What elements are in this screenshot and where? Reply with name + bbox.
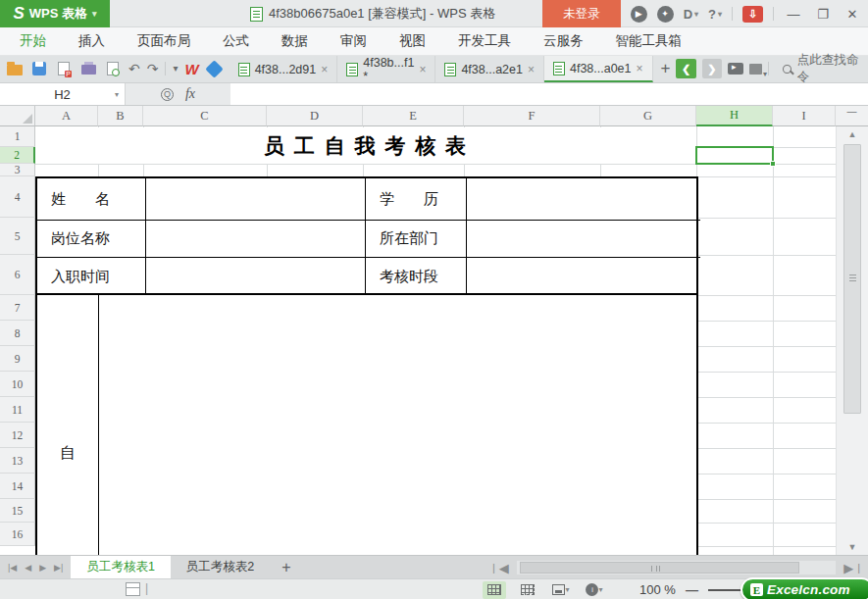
save-button[interactable] (30, 61, 48, 76)
horizontal-scrollbar-track[interactable] (517, 561, 836, 574)
sheet-nav-icon-0[interactable]: |◀ (8, 563, 17, 573)
row-header-16[interactable]: 16 (0, 523, 35, 546)
menu-item-0[interactable]: 开始 (20, 32, 46, 50)
document-tab-1[interactable]: 4f38b...f1 *× (337, 56, 435, 82)
selected-cell-h2[interactable] (695, 146, 774, 165)
column-header-H[interactable]: H (696, 106, 773, 126)
toolbar-dropdown-button[interactable]: ▾ (173, 64, 178, 74)
settings-icon[interactable]: ✦ (657, 6, 674, 23)
menu-item-3[interactable]: 公式 (223, 32, 249, 50)
column-header-D[interactable]: D (267, 106, 363, 126)
row-header-1[interactable]: 1 (0, 126, 35, 147)
row-header-3[interactable]: 3 (0, 164, 35, 176)
row-header-13[interactable]: 13 (0, 448, 35, 474)
help-menu-button[interactable]: ?▾ (708, 7, 722, 22)
row-header-12[interactable]: 12 (0, 423, 35, 448)
column-header-I[interactable]: I (773, 106, 836, 126)
feedback-icon[interactable]: ▶ (631, 6, 647, 23)
tab-scroll-back-button[interactable]: ❮ (676, 59, 695, 78)
sheet-nav-icon-3[interactable]: ▶| (54, 563, 63, 573)
close-tab-icon[interactable]: × (637, 62, 643, 75)
scroll-down-icon[interactable]: ▼ (837, 542, 868, 552)
play-screen-icon[interactable] (728, 63, 742, 75)
row-header-14[interactable]: 14 (0, 474, 35, 499)
print-button[interactable] (79, 61, 97, 76)
horizontal-scrollbar-thumb[interactable] (520, 562, 799, 574)
tab-scroll-forward-button[interactable]: ❯ (702, 59, 722, 78)
vertical-scrollbar-thumb[interactable] (843, 144, 861, 414)
form-value-left-2[interactable] (146, 257, 365, 297)
column-header-B[interactable]: B (98, 106, 143, 126)
row-header-6[interactable]: 6 (0, 255, 35, 295)
menu-item-8[interactable]: 云服务 (543, 32, 584, 50)
document-tab-3[interactable]: 4f38...a0e1× (544, 56, 653, 82)
login-button[interactable]: 未登录 (542, 0, 621, 27)
sheet-title-cell[interactable]: 员 工 自 我 考 核 表 (35, 127, 696, 164)
assessment-block[interactable]: 自 (35, 295, 698, 555)
horizontal-scrollbar[interactable]: | ◀ ▶ | (492, 560, 860, 575)
reading-mode-button[interactable]: i▾ (583, 581, 606, 599)
zoom-level[interactable]: 100 % (639, 582, 676, 597)
form-label-left-1[interactable]: 岗位名称 (37, 220, 145, 257)
wps-presentation-button[interactable] (206, 61, 224, 76)
print-preview-button[interactable] (104, 61, 122, 76)
normal-view-button[interactable] (483, 581, 506, 599)
sheet-nav-icon-2[interactable]: ▶ (39, 563, 46, 573)
form-label-left-0[interactable]: 姓 名 (37, 178, 145, 220)
row-header-8[interactable]: 8 (0, 321, 35, 346)
row-header-10[interactable]: 10 (0, 372, 35, 397)
column-header-F[interactable]: F (464, 106, 600, 126)
table-tool-icon[interactable] (126, 582, 140, 596)
menu-item-6[interactable]: 视图 (399, 32, 426, 50)
column-header-E[interactable]: E (363, 106, 464, 126)
minimize-button[interactable]: — (784, 7, 803, 22)
scrollbar-split-handle[interactable]: — (836, 106, 868, 126)
row-header-11[interactable]: 11 (0, 397, 35, 423)
page-layout-view-button[interactable]: ▾ (549, 581, 573, 599)
download-icon[interactable]: ⇩ (742, 6, 763, 23)
sheet-tab-0[interactable]: 员工考核表1 (71, 556, 170, 579)
row-header-15[interactable]: 15 (0, 499, 35, 523)
sheet-nav-icon-1[interactable]: ◀ (25, 563, 31, 573)
window-arrange-icon[interactable] (749, 64, 763, 75)
close-tab-icon[interactable]: × (528, 63, 535, 76)
redo-button[interactable]: ↷ (147, 62, 159, 75)
new-document-button[interactable]: + (661, 59, 671, 78)
close-tab-icon[interactable]: × (419, 63, 426, 76)
row-header-5[interactable]: 5 (0, 218, 35, 255)
add-sheet-button[interactable]: + (270, 559, 302, 576)
wps-writer-icon[interactable]: W (185, 61, 199, 77)
form-label-left-2[interactable]: 入职时间 (37, 257, 145, 297)
column-header-A[interactable]: A (35, 106, 98, 126)
form-value-right-1[interactable] (467, 220, 700, 257)
zoom-out-button[interactable]: — (686, 582, 698, 597)
select-all-corner[interactable] (0, 106, 35, 126)
page-break-view-button[interactable] (516, 581, 539, 599)
document-tab-0[interactable]: 4f38...2d91× (230, 56, 338, 82)
wps-logo-button[interactable]: S WPS 表格 ▾ (0, 0, 110, 27)
scroll-up-icon[interactable]: ▲ (837, 129, 868, 139)
cell-name-box[interactable]: H2 ▾ (0, 83, 126, 105)
form-label-right-2[interactable]: 考核时段 (366, 257, 466, 297)
close-tab-icon[interactable]: × (321, 63, 328, 76)
column-header-G[interactable]: G (600, 106, 696, 126)
menu-item-1[interactable]: 插入 (78, 32, 105, 50)
row-header-2[interactable]: 2 (0, 147, 35, 164)
row-header-7[interactable]: 7 (0, 295, 35, 321)
form-value-left-0[interactable] (146, 178, 365, 220)
undo-button[interactable]: ↶ (128, 62, 140, 75)
form-value-left-1[interactable] (146, 220, 365, 257)
skin-menu-button[interactable]: D▾ (684, 7, 698, 22)
menu-item-7[interactable]: 开发工具 (458, 32, 511, 50)
form-value-right-0[interactable] (467, 178, 700, 220)
insert-function-button[interactable]: fx (185, 86, 195, 102)
row-header-4[interactable]: 4 (0, 176, 35, 218)
fill-handle[interactable] (770, 161, 776, 167)
lookup-icon[interactable]: Q (161, 88, 174, 101)
form-label-right-0[interactable]: 学 历 (366, 178, 466, 220)
menu-item-9[interactable]: 智能工具箱 (616, 32, 683, 50)
formula-input[interactable] (230, 83, 868, 105)
open-file-button[interactable] (6, 61, 24, 76)
row-header-9[interactable]: 9 (0, 346, 35, 372)
command-search[interactable]: 点此查找命令 (783, 52, 868, 85)
